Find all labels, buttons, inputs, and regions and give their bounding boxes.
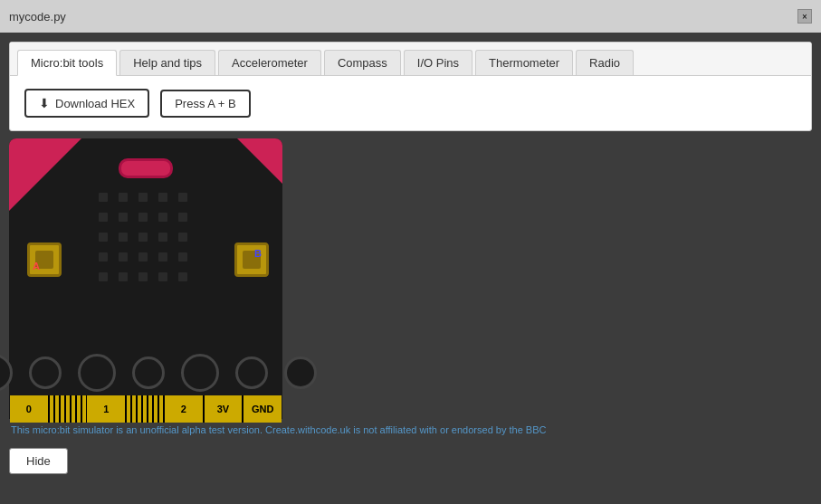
led xyxy=(99,193,108,202)
led xyxy=(119,193,128,202)
pin-label-2: 2 xyxy=(165,395,205,423)
led xyxy=(158,213,167,222)
close-button[interactable]: × xyxy=(797,9,812,24)
pin-circle-spacer2 xyxy=(132,357,165,389)
tab-compass[interactable]: Compass xyxy=(324,50,401,75)
pin-stripe-1 xyxy=(50,395,88,423)
corner-decoration-tl xyxy=(9,138,81,211)
hide-button[interactable]: Hide xyxy=(9,448,68,474)
pin-label-3v: 3V xyxy=(205,395,244,423)
tab-io-pins[interactable]: I/O Pins xyxy=(404,50,473,75)
led xyxy=(138,272,148,281)
led xyxy=(119,213,128,222)
download-hex-button[interactable]: ⬇ Download HEX xyxy=(24,89,149,118)
led xyxy=(178,252,187,262)
pin-circle-gnd[interactable] xyxy=(284,357,317,389)
white-panel: Micro:bit tools Help and tips Accelerome… xyxy=(9,42,812,131)
led xyxy=(99,272,108,281)
led xyxy=(119,252,128,262)
close-icon: × xyxy=(802,12,807,22)
tab-accelerometer[interactable]: Accelerometer xyxy=(218,50,321,75)
pin-stripe-2 xyxy=(127,395,165,423)
led xyxy=(138,213,148,222)
tab-thermometer[interactable]: Thermometer xyxy=(475,50,573,75)
led xyxy=(138,233,148,242)
pin-circle-3v[interactable] xyxy=(235,357,268,389)
microbit-pins-area: 0 1 2 3V GND xyxy=(9,347,282,419)
pin-circle-spacer xyxy=(29,357,62,389)
led xyxy=(99,252,108,262)
tab-help-tips[interactable]: Help and tips xyxy=(119,50,215,75)
led xyxy=(119,272,128,281)
pin-label-1: 1 xyxy=(87,395,127,423)
led xyxy=(158,252,167,262)
tab-bar: Micro:bit tools Help and tips Accelerome… xyxy=(10,43,811,76)
tab-radio[interactable]: Radio xyxy=(576,50,634,75)
led xyxy=(158,193,167,202)
led xyxy=(158,272,167,281)
led xyxy=(138,193,148,202)
microbit-board: A B xyxy=(9,138,282,347)
led-grid xyxy=(99,193,193,287)
usb-connector xyxy=(119,158,173,178)
led xyxy=(158,233,167,242)
pin-label-gnd: GND xyxy=(243,395,282,423)
pin-circle-1[interactable] xyxy=(78,354,116,392)
press-ab-button[interactable]: Press A + B xyxy=(160,90,251,118)
led xyxy=(178,233,187,242)
button-b-label: B xyxy=(254,248,262,259)
led xyxy=(138,252,148,262)
led xyxy=(178,193,187,202)
simulator-section: A B 0 xyxy=(9,131,812,481)
led xyxy=(99,233,108,242)
title-bar: mycode.py × xyxy=(0,0,821,33)
corner-decoration-tr xyxy=(237,138,282,184)
led xyxy=(99,213,108,222)
led xyxy=(178,272,187,281)
led xyxy=(178,213,187,222)
pin-circle-2[interactable] xyxy=(181,354,219,392)
tab-microbit-tools[interactable]: Micro:bit tools xyxy=(17,50,117,76)
button-a-label: A xyxy=(33,261,40,271)
window-title: mycode.py xyxy=(9,10,66,24)
pin-circle-0[interactable] xyxy=(0,354,13,392)
led xyxy=(119,233,128,242)
microbit-button-b[interactable]: B xyxy=(234,242,269,277)
pin-label-0: 0 xyxy=(10,395,50,423)
toolbar: ⬇ Download HEX Press A + B xyxy=(10,76,811,130)
disclaimer-text: This micro:bit simulator is an unofficia… xyxy=(9,424,812,435)
main-container: Micro:bit tools Help and tips Accelerome… xyxy=(0,33,821,504)
download-icon: ⬇ xyxy=(39,96,50,110)
pin-labels-strip: 0 1 2 3V GND xyxy=(10,395,282,423)
pin-circles-row xyxy=(0,347,317,392)
microbit-button-a[interactable]: A xyxy=(27,242,62,277)
